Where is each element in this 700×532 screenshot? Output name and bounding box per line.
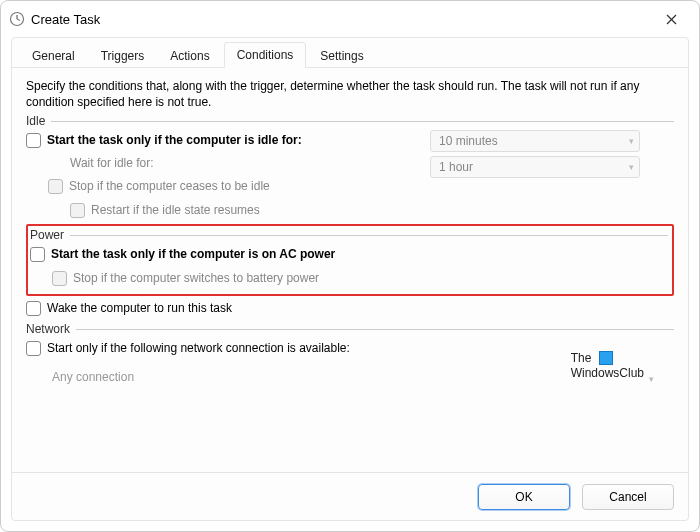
section-idle-label: Idle (26, 114, 51, 128)
conditions-body: Specify the conditions that, along with … (12, 68, 688, 472)
app-icon (9, 11, 25, 27)
network-connection-value: Any connection (52, 370, 134, 384)
tabs: General Triggers Actions Conditions Sett… (12, 38, 688, 68)
dialog-frame: General Triggers Actions Conditions Sett… (11, 37, 689, 521)
section-network-label: Network (26, 322, 76, 336)
label-start-only-idle: Start the task only if the computer is i… (47, 133, 302, 147)
checkbox-start-only-network[interactable] (26, 341, 41, 356)
idle-duration-value: 10 minutes (439, 134, 498, 148)
checkbox-stop-on-battery[interactable] (52, 271, 67, 286)
chevron-down-icon: ▾ (629, 162, 634, 172)
label-start-only-ac: Start the task only if the computer is o… (51, 247, 335, 261)
tab-conditions[interactable]: Conditions (224, 42, 307, 68)
tab-settings[interactable]: Settings (308, 44, 375, 68)
label-stop-on-battery: Stop if the computer switches to battery… (73, 271, 319, 285)
cancel-button-label: Cancel (609, 490, 646, 504)
tab-general[interactable]: General (20, 44, 87, 68)
create-task-window: Create Task General Triggers Actions Con… (0, 0, 700, 532)
checkbox-wake-to-run[interactable] (26, 301, 41, 316)
power-highlight: Power Start the task only if the compute… (26, 224, 674, 296)
checkbox-start-only-ac[interactable] (30, 247, 45, 262)
ok-button-label: OK (515, 490, 532, 504)
label-restart-if-idle-resumes: Restart if the idle state resumes (91, 203, 260, 217)
idle-duration-dropdown[interactable]: 10 minutes ▾ (430, 130, 640, 152)
section-idle-header: Idle (26, 114, 674, 128)
wait-duration-dropdown[interactable]: 1 hour ▾ (430, 156, 640, 178)
ok-button[interactable]: OK (478, 484, 570, 510)
checkbox-start-only-idle[interactable] (26, 133, 41, 148)
label-stop-if-cease-idle: Stop if the computer ceases to be idle (69, 179, 270, 193)
wait-duration-value: 1 hour (439, 160, 473, 174)
tab-triggers[interactable]: Triggers (89, 44, 157, 68)
window-title: Create Task (31, 12, 100, 27)
cancel-button[interactable]: Cancel (582, 484, 674, 510)
label-wait-for-idle: Wait for idle for: (70, 156, 154, 170)
section-power-header: Power (30, 228, 668, 242)
chevron-down-icon: ▾ (649, 374, 654, 384)
label-wake-to-run: Wake the computer to run this task (47, 301, 232, 315)
watermark: The WindowsClub (571, 351, 644, 380)
section-power-label: Power (30, 228, 70, 242)
button-bar: OK Cancel (12, 472, 688, 520)
watermark-line1: The (571, 351, 592, 365)
conditions-description: Specify the conditions that, along with … (26, 78, 674, 110)
section-network-header: Network (26, 322, 674, 336)
svg-line-2 (17, 19, 20, 21)
watermark-line2: WindowsClub (571, 366, 644, 380)
checkbox-restart-if-idle-resumes[interactable] (70, 203, 85, 218)
watermark-square-icon (599, 351, 613, 365)
tab-actions[interactable]: Actions (158, 44, 221, 68)
close-icon (666, 14, 677, 25)
network-connection-dropdown[interactable]: Any connection (44, 366, 614, 392)
chevron-down-icon: ▾ (629, 136, 634, 146)
titlebar: Create Task (1, 1, 699, 37)
label-start-only-network: Start only if the following network conn… (47, 341, 350, 355)
checkbox-stop-if-cease-idle[interactable] (48, 179, 63, 194)
close-button[interactable] (651, 5, 691, 33)
